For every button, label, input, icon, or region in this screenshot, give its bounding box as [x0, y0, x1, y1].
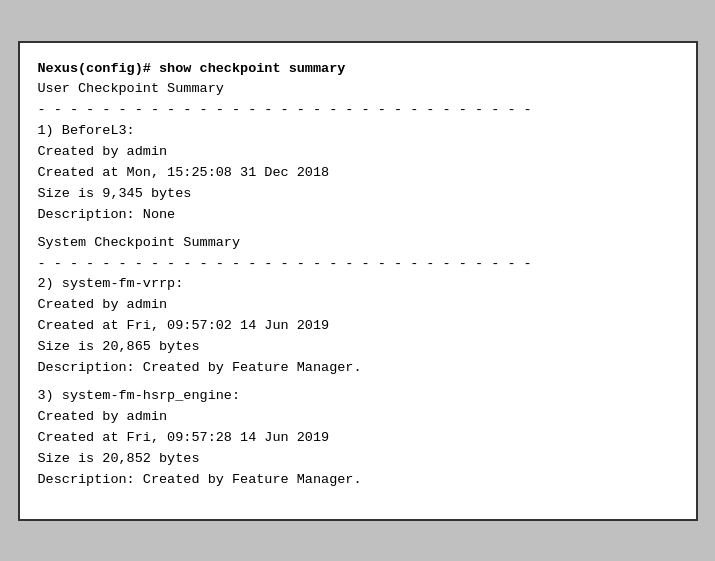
checkpoint1-name: 1) BeforeL3: — [38, 121, 678, 142]
checkpoint2-created-at: Created at Fri, 09:57:02 14 Jun 2019 — [38, 316, 678, 337]
prompt-line: Nexus(config)# show checkpoint summary — [38, 59, 678, 80]
checkpoint1-description: Description: None — [38, 205, 678, 226]
checkpoint1-created-by: Created by admin — [38, 142, 678, 163]
spacer-2 — [38, 379, 678, 386]
checkpoint1-size: Size is 9,345 bytes — [38, 184, 678, 205]
divider-1: - - - - - - - - - - - - - - - - - - - - … — [38, 100, 678, 121]
checkpoint2-created-by: Created by admin — [38, 295, 678, 316]
spacer-1 — [38, 226, 678, 233]
section1-header: User Checkpoint Summary — [38, 79, 678, 100]
divider-2: - - - - - - - - - - - - - - - - - - - - … — [38, 254, 678, 275]
checkpoint2-description: Description: Created by Feature Manager. — [38, 358, 678, 379]
checkpoint3-name: 3) system-fm-hsrp_engine: — [38, 386, 678, 407]
checkpoint2-size: Size is 20,865 bytes — [38, 337, 678, 358]
checkpoint3-description: Description: Created by Feature Manager. — [38, 470, 678, 491]
checkpoint2-name: 2) system-fm-vrrp: — [38, 274, 678, 295]
checkpoint3-size: Size is 20,852 bytes — [38, 449, 678, 470]
section2-header: System Checkpoint Summary — [38, 233, 678, 254]
terminal-output: Nexus(config)# show checkpoint summary U… — [18, 41, 698, 521]
checkpoint1-created-at: Created at Mon, 15:25:08 31 Dec 2018 — [38, 163, 678, 184]
checkpoint3-created-at: Created at Fri, 09:57:28 14 Jun 2019 — [38, 428, 678, 449]
checkpoint3-created-by: Created by admin — [38, 407, 678, 428]
